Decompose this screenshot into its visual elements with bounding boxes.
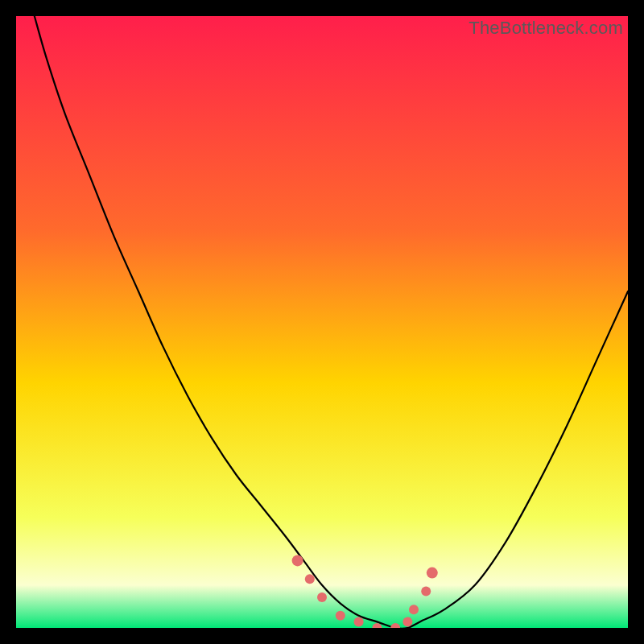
highlight-point — [421, 586, 431, 596]
chart-frame: TheBottleneck.com — [16, 16, 628, 628]
highlight-point — [354, 617, 364, 626]
highlight-point — [305, 574, 315, 584]
highlight-point — [427, 568, 438, 579]
highlight-point — [336, 611, 345, 621]
highlight-point — [292, 555, 303, 566]
plot-area — [16, 16, 628, 628]
watermark-text: TheBottleneck.com — [469, 18, 623, 39]
plot-svg — [16, 16, 628, 628]
highlight-point — [317, 592, 327, 602]
highlight-point — [409, 605, 419, 614]
highlight-point — [402, 617, 412, 626]
gradient-background — [16, 16, 628, 628]
